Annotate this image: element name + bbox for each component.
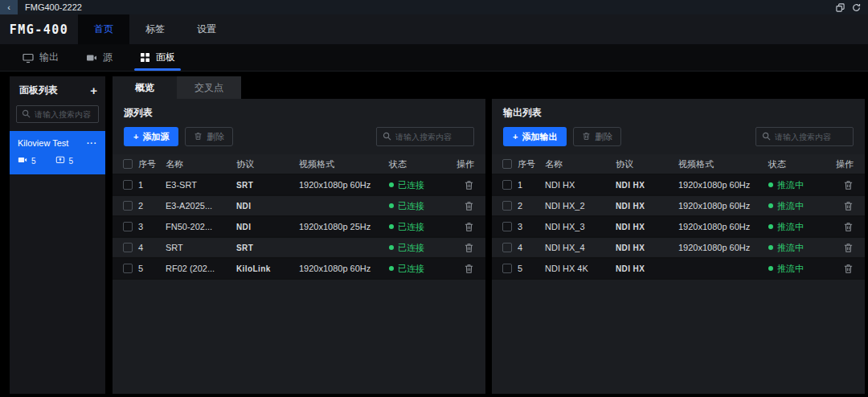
row-format: 1920x1080p 60Hz [678, 180, 768, 190]
delete-row-icon[interactable] [843, 264, 854, 274]
nav-tab-settings[interactable]: 设置 [181, 14, 232, 44]
row-protocol: NDI [236, 202, 299, 211]
status-dot [389, 203, 394, 208]
tab-overview[interactable]: 概览 [113, 76, 177, 99]
status-dot [389, 182, 394, 187]
row-checkbox[interactable] [123, 243, 133, 252]
row-checkbox[interactable] [123, 222, 133, 231]
search-icon [22, 107, 31, 121]
status-text: 已连接 [398, 221, 424, 233]
source-count: 5 [31, 157, 36, 166]
table-row: 4 NDI HX_4 NDI HX 1920x1080p 60Hz 推流中 [492, 238, 865, 259]
tab-sources[interactable]: 源 [86, 44, 113, 71]
tab-panels[interactable]: 面板 [140, 44, 175, 71]
status-text: 已连接 [398, 263, 424, 275]
delete-row-icon[interactable] [843, 201, 854, 211]
sidebar-search-input[interactable] [35, 110, 93, 119]
status-dot [768, 245, 773, 250]
status-dot [768, 203, 773, 208]
add-output-button[interactable]: + 添加输出 [503, 127, 567, 146]
delete-row-icon[interactable] [464, 201, 474, 211]
panel-list-item-selected[interactable]: Kiloview Test ··· 5 [10, 131, 105, 174]
tab-crosspoint[interactable]: 交叉点 [177, 76, 241, 99]
delete-row-icon[interactable] [843, 243, 854, 253]
status-text: 已连接 [398, 179, 424, 191]
row-format: 1920x1080p 60Hz [299, 264, 389, 273]
add-source-button[interactable]: + 添加源 [124, 127, 178, 146]
row-index: 2 [518, 201, 545, 211]
trash-icon [582, 132, 591, 142]
status-text: 已连接 [398, 200, 424, 212]
back-button[interactable]: ‹ [0, 0, 18, 14]
row-index: 3 [518, 222, 545, 231]
more-menu-icon[interactable]: ··· [87, 139, 97, 148]
status-text: 推流中 [777, 179, 804, 191]
delete-outputs-button[interactable]: 删除 [573, 127, 621, 146]
window-titlebar: ‹ FMG400-2222 [0, 0, 868, 14]
view-tabs: 概览 交叉点 [113, 76, 865, 99]
delete-row-icon[interactable] [464, 264, 474, 274]
nav-tab-home[interactable]: 首页 [78, 14, 129, 44]
device-title: FMG400-2222 [25, 2, 82, 12]
delete-row-icon[interactable] [843, 180, 854, 190]
tab-panels-label: 面板 [156, 51, 175, 64]
row-checkbox[interactable] [502, 222, 512, 231]
status-text: 已连接 [398, 242, 424, 254]
row-checkbox[interactable] [123, 180, 133, 190]
row-format: 1920x1080p 60Hz [678, 222, 768, 231]
row-checkbox[interactable] [123, 201, 133, 211]
source-table-header: 序号 名称 协议 视频格式 状态 操作 [113, 154, 485, 175]
sidebar-search[interactable] [16, 105, 99, 123]
row-protocol: NDI HX [616, 181, 678, 190]
table-row: 1 E3-SRT SRT 1920x1080p 60Hz 已连接 [113, 175, 485, 196]
source-search[interactable] [376, 127, 474, 146]
source-count-icon [18, 155, 27, 166]
row-checkbox[interactable] [502, 201, 512, 211]
delete-sources-button[interactable]: 删除 [185, 127, 233, 146]
source-search-input[interactable] [395, 133, 468, 141]
main-navbar: FMG-400 首页 标签 设置 [0, 14, 868, 44]
row-index: 1 [518, 180, 545, 190]
row-name: SRT [166, 243, 236, 252]
row-index: 3 [138, 222, 166, 231]
col-index: 序号 [138, 158, 166, 170]
tab-outputs[interactable]: 输出 [23, 44, 59, 71]
panel-list-sidebar: 面板列表 + Kiloview Test ··· [10, 76, 105, 394]
row-checkbox[interactable] [123, 264, 133, 273]
row-name: FN50-202... [166, 222, 236, 231]
grid-icon [140, 52, 150, 63]
status-dot [389, 266, 394, 271]
output-panel-title: 输出列表 [492, 99, 865, 125]
row-name: RF02 (202... [166, 264, 236, 273]
open-window-icon[interactable] [836, 3, 845, 12]
output-search-input[interactable] [775, 133, 847, 141]
add-panel-button[interactable]: + [90, 84, 97, 96]
output-search[interactable] [755, 127, 854, 146]
table-row: 4 SRT SRT 已连接 [113, 238, 485, 259]
delete-row-icon[interactable] [464, 243, 474, 253]
col-format: 视频格式 [678, 158, 768, 170]
select-all-checkbox[interactable] [123, 159, 133, 169]
col-protocol: 协议 [616, 158, 678, 170]
select-all-checkbox[interactable] [502, 159, 512, 169]
col-protocol: 协议 [236, 158, 299, 170]
row-format: 1920x1080p 60Hz [678, 201, 768, 211]
row-name: NDI HX_2 [545, 201, 616, 211]
row-protocol: NDI HX [616, 223, 678, 231]
plus-icon: + [513, 132, 518, 141]
refresh-icon[interactable] [852, 3, 861, 12]
output-count: 5 [69, 157, 74, 166]
delete-row-icon[interactable] [843, 222, 854, 232]
row-index: 4 [138, 243, 166, 252]
row-checkbox[interactable] [502, 264, 512, 273]
nav-tab-labels[interactable]: 标签 [129, 14, 181, 44]
status-dot [768, 224, 773, 229]
row-index: 5 [138, 264, 166, 273]
row-name: E3-SRT [166, 180, 236, 190]
delete-row-icon[interactable] [464, 222, 474, 232]
row-format: 1920x1080p 60Hz [678, 243, 768, 252]
row-checkbox[interactable] [502, 243, 512, 252]
table-row: 5 NDI HX 4K NDI HX 推流中 [492, 259, 865, 280]
row-checkbox[interactable] [502, 180, 512, 190]
delete-row-icon[interactable] [464, 180, 474, 190]
